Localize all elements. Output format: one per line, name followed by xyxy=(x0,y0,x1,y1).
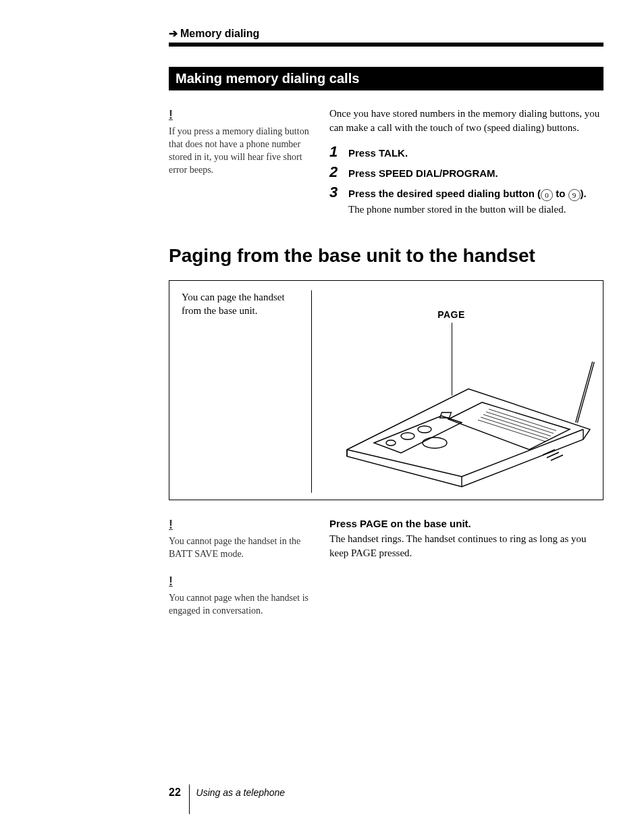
manual-page: ➔Memory dialing Making memory dialing ca… xyxy=(0,0,644,829)
main-column: Press PAGE on the base unit. The handset… xyxy=(329,516,603,560)
step-body: Press the desired speed dialing button (… xyxy=(348,185,603,217)
figure-caption: You can page the handset from the base u… xyxy=(182,290,312,493)
step-detail: The phone number stored in the button wi… xyxy=(348,203,603,217)
step-body: Press SPEED DIAL/PROGRAM. xyxy=(348,165,603,181)
step-number: 2 xyxy=(329,165,348,180)
svg-line-4 xyxy=(478,420,545,442)
svg-line-12 xyxy=(543,450,555,455)
step-title-mid: to xyxy=(553,188,568,199)
step-body: Press TALK. xyxy=(348,144,603,161)
instruction-detail: The handset rings. The handset continues… xyxy=(329,532,603,560)
step-title: Press TALK. xyxy=(348,147,408,159)
svg-line-0 xyxy=(489,409,556,431)
arrow-right-icon: ➔ xyxy=(169,27,178,40)
note-block: ! You cannot page the handset in the BAT… xyxy=(169,516,317,561)
page-button-label: PAGE xyxy=(437,309,465,320)
base-unit-illustration xyxy=(327,348,597,490)
page-number: 22 xyxy=(169,786,181,798)
sidenote-column: ! You cannot page the handset in the BAT… xyxy=(169,516,317,630)
warning-icon: ! xyxy=(169,107,317,123)
figure-box: You can page the handset from the base u… xyxy=(169,280,603,500)
step-title: Press SPEED DIAL/PROGRAM. xyxy=(348,167,498,179)
svg-line-2 xyxy=(483,414,551,436)
warning-icon: ! xyxy=(169,573,317,589)
footer-section: Using as a telephone xyxy=(196,787,286,798)
step-row: 1 Press TALK. xyxy=(329,144,603,161)
sidenote-text: You cannot page the handset in the BATT … xyxy=(169,535,317,561)
svg-line-1 xyxy=(486,412,554,433)
paging-columns: ! You cannot page the handset in the BAT… xyxy=(169,516,603,630)
instruction-title: Press PAGE on the base unit. xyxy=(329,516,603,531)
circled-nine-icon: 9 xyxy=(568,189,581,201)
main-column: Once you have stored numbers in the memo… xyxy=(329,107,603,221)
svg-line-11 xyxy=(576,362,593,423)
breadcrumb: ➔Memory dialing xyxy=(169,27,603,40)
svg-point-8 xyxy=(423,437,447,448)
note-block: ! You cannot page when the handset is en… xyxy=(169,573,317,618)
step-number: 3 xyxy=(329,185,348,200)
svg-point-5 xyxy=(401,433,414,439)
page-footer: 22 Using as a telephone xyxy=(169,784,285,802)
warning-icon: ! xyxy=(169,516,317,533)
figure-image: PAGE xyxy=(312,290,591,493)
step-row: 2 Press SPEED DIAL/PROGRAM. xyxy=(329,165,603,181)
svg-point-6 xyxy=(418,426,431,433)
section-title-bar: Making memory dialing calls xyxy=(169,67,603,90)
breadcrumb-text: Memory dialing xyxy=(180,28,259,39)
divider xyxy=(169,43,603,47)
footer-divider xyxy=(189,784,190,814)
circled-zero-icon: 0 xyxy=(541,189,553,201)
step-row: 3 Press the desired speed dialing button… xyxy=(329,185,603,217)
svg-point-7 xyxy=(386,440,396,446)
step-title-post: ). xyxy=(581,188,587,199)
svg-line-14 xyxy=(551,455,563,460)
step-title-pre: Press the desired speed dialing button ( xyxy=(348,188,541,199)
intro-paragraph: Once you have stored numbers in the memo… xyxy=(329,107,603,135)
page-heading: Paging from the base unit to the handset xyxy=(169,245,603,267)
step-number: 1 xyxy=(329,144,348,159)
memory-dial-columns: ! If you press a memory dialing button t… xyxy=(169,107,603,221)
sidenote-text: You cannot page when the handset is enga… xyxy=(169,592,317,618)
sidenote-column: ! If you press a memory dialing button t… xyxy=(169,107,317,189)
note-block: ! If you press a memory dialing button t… xyxy=(169,107,317,177)
sidenote-text: If you press a memory dialing button tha… xyxy=(169,126,317,177)
